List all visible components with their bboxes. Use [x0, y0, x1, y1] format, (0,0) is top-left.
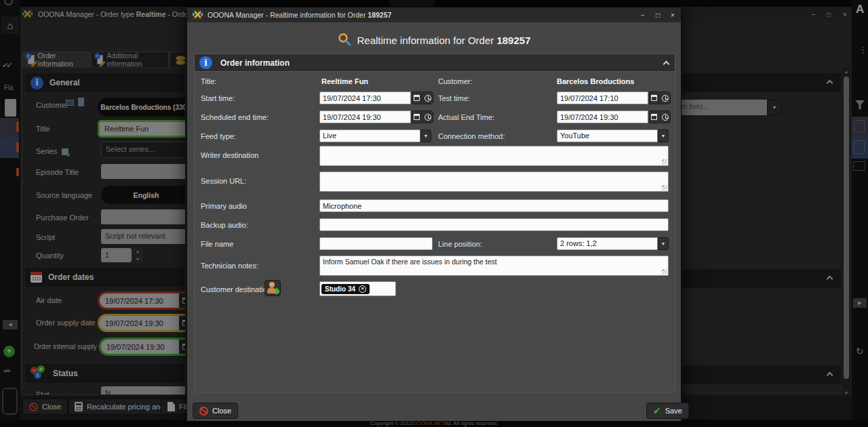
destination-tag: Studio 34 × — [321, 284, 370, 294]
test-time-input[interactable] — [557, 92, 648, 104]
dropdown-button[interactable]: ▼ — [658, 237, 669, 250]
test-time-group — [557, 92, 671, 104]
file-name-label: File name — [201, 240, 233, 248]
scheduled-end-time-label: Scheduled end time: — [201, 113, 269, 121]
session-url-field — [319, 171, 669, 192]
modal-heading-text: Realtime information for Order 189257 — [357, 35, 531, 46]
check-icon: ✔ — [653, 406, 661, 415]
start-time-group — [319, 92, 433, 104]
search-icon — [338, 33, 351, 48]
actual-end-group — [557, 110, 671, 123]
customer-value: Barcelos Broductions — [557, 77, 634, 85]
title-label: Title: — [201, 77, 216, 85]
dropdown-button[interactable]: ▼ — [658, 129, 669, 142]
feed-type-value: Live — [319, 129, 420, 142]
calendar-icon — [414, 95, 420, 101]
line-position-label: Line position: — [438, 240, 482, 248]
realtime-info-dialog: OOONA Manager - Realtime information for… — [186, 7, 682, 422]
connection-method-value: YouTube — [557, 129, 658, 142]
feed-type-label: Feed type: — [201, 132, 236, 140]
clock-button[interactable] — [422, 92, 433, 104]
clock-button[interactable] — [660, 110, 671, 123]
screen: OOONA Manager - Order type Realtime - Or… — [0, 0, 868, 427]
person-pin-icon — [267, 282, 279, 294]
connection-method-label: Connection method: — [438, 132, 505, 140]
calendar-icon — [414, 114, 420, 120]
line-position-value: 2 rows: 1,2 — [557, 237, 658, 250]
dialog-save-button[interactable]: ✔ Save — [646, 403, 689, 419]
backup-audio-input[interactable] — [319, 218, 669, 231]
writer-destination-label: Writer destination — [201, 151, 258, 159]
start-time-input[interactable] — [319, 92, 411, 104]
session-url-textarea[interactable] — [319, 171, 669, 192]
backup-audio-label: Backup audio: — [201, 221, 248, 229]
actual-end-time-label: Actual End Time: — [438, 113, 494, 121]
calendar-icon — [651, 114, 657, 120]
writer-destination-field — [319, 146, 669, 166]
customer-destination-tag-field[interactable]: Studio 34 × — [319, 281, 396, 296]
section-title: Order information — [220, 58, 290, 68]
clock-icon — [662, 95, 669, 102]
info-icon: i — [199, 56, 212, 69]
order-information-form: Title: Reeltime Fun Customer: Barcelos B… — [194, 71, 675, 392]
start-time-label: Start time: — [201, 94, 235, 102]
primary-audio-label: Primary audio — [201, 202, 247, 210]
calendar-button[interactable] — [649, 92, 659, 104]
primary-audio-input[interactable] — [319, 199, 669, 212]
connection-method-select[interactable]: YouTube ▼ — [557, 129, 669, 142]
collapse-chevron-icon[interactable] — [663, 61, 670, 68]
dropdown-arrow-icon: ▼ — [424, 134, 429, 138]
writer-destination-textarea[interactable] — [319, 146, 669, 166]
title-value: Reeltime Fun — [321, 77, 368, 85]
customer-destination-label: Customer destination — [201, 285, 271, 293]
modal-maximize-button[interactable]: □ — [652, 9, 663, 20]
clock-icon — [425, 95, 431, 102]
file-name-input[interactable] — [319, 237, 433, 250]
line-position-select[interactable]: 2 rows: 1,2 ▼ — [557, 237, 669, 250]
clock-icon — [662, 114, 669, 121]
calendar-button[interactable] — [412, 110, 422, 123]
prohibition-icon — [199, 407, 208, 415]
dialog-close-button[interactable]: Close — [193, 403, 238, 419]
customer-destination-picker-button[interactable] — [264, 280, 281, 296]
ooona-logo-icon — [193, 9, 203, 22]
test-time-label: Test time: — [438, 94, 470, 102]
modal-close-button[interactable]: × — [667, 9, 678, 20]
modal-title: OOONA Manager - Realtime information for… — [208, 11, 391, 19]
technician-notes-label: Technician notes: — [201, 262, 258, 270]
calendar-button[interactable] — [649, 110, 659, 123]
technician-notes-textarea[interactable]: Inform Samuel Oak if there are issues in… — [319, 256, 669, 276]
dropdown-button[interactable]: ▼ — [420, 129, 431, 142]
clock-button[interactable] — [660, 92, 671, 104]
modal-minimize-button[interactable]: − — [637, 9, 648, 20]
scheduled-end-time-input[interactable] — [319, 110, 411, 123]
tag-remove-icon[interactable]: × — [359, 285, 366, 293]
calendar-icon — [651, 95, 657, 101]
customer-label: Customer: — [438, 77, 473, 85]
order-information-section-header: i Order information — [194, 54, 675, 71]
calendar-button[interactable] — [412, 92, 422, 104]
session-url-label: Session URL: — [201, 177, 246, 185]
dropdown-arrow-icon: ▼ — [661, 241, 666, 246]
feed-type-select[interactable]: Live ▼ — [319, 129, 431, 142]
scheduled-end-group — [319, 110, 433, 123]
technician-notes-field: Inform Samuel Oak if there are issues in… — [319, 256, 669, 276]
modal-titlebar: OOONA Manager - Realtime information for… — [187, 7, 681, 22]
clock-icon — [425, 114, 431, 121]
modal-heading: Realtime information for Order 189257 — [187, 32, 681, 48]
dropdown-arrow-icon: ▼ — [661, 134, 666, 138]
actual-end-time-input[interactable] — [557, 110, 648, 123]
clock-button[interactable] — [422, 110, 433, 123]
